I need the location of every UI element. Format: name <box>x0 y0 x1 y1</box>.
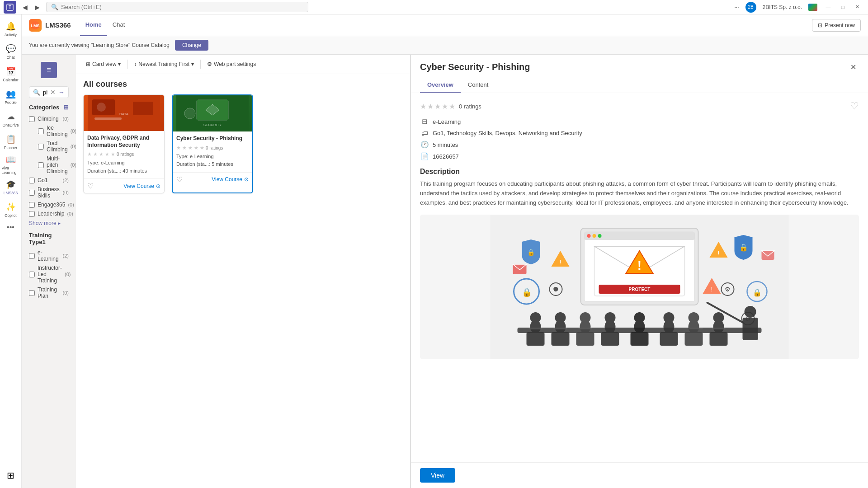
detail-tab-overview[interactable]: Overview <box>420 78 461 93</box>
close-button[interactable]: ✕ <box>850 2 864 13</box>
category-business[interactable]: Business Skills (0) <box>29 185 69 200</box>
category-go1[interactable]: Go1 (2) <box>29 176 69 185</box>
sort-button[interactable]: ↕ Newest Training First ▾ <box>131 59 197 69</box>
sort-chevron: ▾ <box>191 61 194 67</box>
sidebar-item-planner[interactable]: 📋 Planner <box>2 131 20 153</box>
webpart-icon: ⚙ <box>207 61 212 67</box>
search-go-button[interactable]: → <box>58 89 65 96</box>
more-apps-dots[interactable]: ••• <box>7 223 14 231</box>
sidebar-item-onedrive[interactable]: ☁ OneDrive <box>2 108 20 130</box>
svg-rect-54 <box>527 332 545 346</box>
view-course-button-1[interactable]: View Course ⊙ <box>123 183 160 189</box>
view-button[interactable]: View <box>420 468 455 483</box>
checkbox-instructor-led[interactable] <box>29 272 35 277</box>
checkbox-climbing[interactable] <box>29 116 35 122</box>
category-leadership[interactable]: Leadership (0) <box>29 209 69 218</box>
card-view-button[interactable]: ⊞ Card view ▾ <box>83 59 123 69</box>
detail-star-3: ★ <box>434 102 441 111</box>
category-climbing[interactable]: Climbing (0) <box>29 114 69 123</box>
course-card-1[interactable]: DATA Data Privacy, GDPR and Information … <box>83 94 165 193</box>
apps-button[interactable]: ⊞ <box>2 466 20 484</box>
color-picker-icon[interactable] <box>808 4 817 11</box>
view-course-button-2[interactable]: View Course ⊙ <box>212 176 249 183</box>
search-box[interactable]: 🔍 ✕ → <box>29 86 69 98</box>
like-button-1[interactable]: ♡ <box>87 182 94 190</box>
training-elearning[interactable]: e-Learning (2) <box>29 248 69 263</box>
checkbox-elearning[interactable] <box>29 253 35 259</box>
tab-home[interactable]: Home <box>80 14 107 36</box>
type-1: e-Learning <box>101 160 125 165</box>
checkbox-engage365[interactable] <box>29 202 35 208</box>
all-courses-label: All courses <box>83 80 127 89</box>
label-trad-climbing: Trad Climbing <box>47 140 68 153</box>
sidebar-item-viva[interactable]: 📖 Viva Learning <box>2 154 20 175</box>
show-more-button[interactable]: Show more ▸ <box>29 220 69 226</box>
calendar-icon: 📅 <box>6 66 16 76</box>
minimize-button[interactable]: — <box>821 2 835 13</box>
sidebar-item-copilot[interactable]: ✨ Copilot <box>2 199 20 221</box>
webpart-button[interactable]: ⚙ Web part settings <box>204 59 259 69</box>
checkbox-leadership[interactable] <box>29 211 35 217</box>
forward-button[interactable]: ▶ <box>32 2 42 13</box>
checkbox-trad-climbing[interactable] <box>38 144 44 150</box>
meta-type: ⊟ e-Learning <box>420 117 859 126</box>
filter-toggle-button[interactable]: ≡ <box>41 62 57 78</box>
more-options[interactable]: ··· <box>732 3 742 11</box>
sidebar-item-chat[interactable]: 💬 Chat <box>2 41 20 62</box>
back-button[interactable]: ◀ <box>20 2 30 13</box>
label-business: Business Skills <box>38 186 60 199</box>
categories-panel: 🔍 ✕ → Categories ⊞ Climbing (0) <box>22 83 76 484</box>
detail-close-button[interactable]: ✕ <box>848 62 859 72</box>
course-card-2[interactable]: SECURITY Cyber Security - Phishing ★ ★ ★… <box>172 94 253 193</box>
sidebar-item-calendar[interactable]: 📅 Calendar <box>2 63 20 85</box>
courses-main: ⊞ Card view ▾ ↕ Newest Training First ▾ <box>76 55 868 488</box>
detail-star-5: ★ <box>449 102 455 111</box>
detail-tab-content[interactable]: Content <box>461 78 496 93</box>
search-clear-button[interactable]: ✕ <box>50 89 56 96</box>
sidebar-item-lms366[interactable]: 🎓 LMS366 <box>2 176 20 198</box>
sidebar-label-onedrive: OneDrive <box>3 123 19 127</box>
meta-type-label: e-Learning <box>433 118 461 125</box>
sidebar-item-people[interactable]: 👥 People <box>2 86 20 108</box>
category-ice-climbing[interactable]: Ice Climbing (0) <box>29 123 69 139</box>
search-filter-input[interactable] <box>43 89 47 96</box>
category-trad-climbing[interactable]: Trad Climbing (0) <box>29 139 69 154</box>
svg-rect-79 <box>529 328 542 329</box>
training-instructor[interactable]: Instructor-Led Training (0) <box>29 263 69 285</box>
checkbox-multi-pitch[interactable] <box>38 162 44 168</box>
category-multi-pitch[interactable]: Multi-pitch Climbing (0) <box>29 154 69 176</box>
titlebar-search[interactable]: 🔍 <box>46 2 308 12</box>
app-name: LMS366 <box>45 21 71 29</box>
checkbox-business[interactable] <box>29 190 35 196</box>
teams-logo: T <box>4 1 16 14</box>
checkbox-ice-climbing[interactable] <box>38 128 44 134</box>
present-now-button[interactable]: ⊡ Present now <box>812 19 861 32</box>
svg-text:🔒: 🔒 <box>753 288 762 297</box>
detail-like-button[interactable]: ♡ <box>850 100 859 112</box>
like-button-2[interactable]: ♡ <box>176 175 183 184</box>
tab-chat[interactable]: Chat <box>107 14 130 36</box>
detail-star-2: ★ <box>427 102 434 111</box>
planner-icon: 📋 <box>6 134 16 144</box>
tag-icon: 🏷 <box>420 129 429 137</box>
training-type-title: Training Type1 <box>29 232 69 245</box>
svg-text:🔒: 🔒 <box>527 249 535 256</box>
titlebar-nav: ◀ ▶ <box>20 2 42 13</box>
sidebar-item-activity[interactable]: 🔔 Activity <box>2 18 20 40</box>
user-name: 2BITS Sp. z o.o. <box>760 3 805 11</box>
category-engage365[interactable]: Engage365 (0) <box>29 200 69 209</box>
svg-text:⚙: ⚙ <box>553 286 559 293</box>
search-input[interactable] <box>61 4 303 10</box>
user-avatar[interactable]: 2B <box>745 2 756 13</box>
checkbox-go1[interactable] <box>29 178 35 183</box>
svg-text:LMS: LMS <box>31 23 40 28</box>
filter-grid-icon[interactable]: ⊞ <box>63 103 69 111</box>
search-filter-icon: 🔍 <box>33 89 40 96</box>
training-plan[interactable]: Training Plan (0) <box>29 285 69 300</box>
titlebar-right: ··· 2B 2BITS Sp. z o.o. — □ ✕ <box>732 2 864 13</box>
titlebar: T ◀ ▶ 🔍 ··· 2B 2BITS Sp. z o.o. — □ ✕ <box>0 0 868 14</box>
checkbox-training-plan[interactable] <box>29 290 35 296</box>
description-title: Description <box>420 168 859 176</box>
change-button[interactable]: Change <box>175 40 208 51</box>
maximize-button[interactable]: □ <box>835 2 850 13</box>
